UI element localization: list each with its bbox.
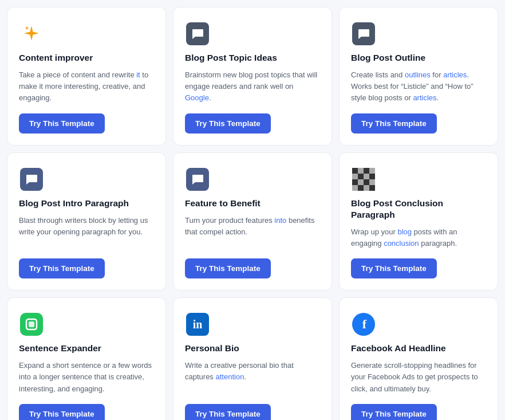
card-description: Blast through writers block by letting u… [19,215,154,249]
sparkle-icon [19,21,44,46]
card-description: Create lists and outlines for articles. … [351,69,486,104]
svg-rect-12 [369,179,375,185]
try-template-button-blog-post-topic-ideas[interactable]: Try This Template [185,113,271,134]
svg-rect-3 [364,168,369,174]
try-template-button-feature-to-benefit[interactable]: Try This Template [185,258,271,278]
card-title: Facebook Ad Headline [351,343,486,354]
card-facebook-ad-headline: f Facebook Ad HeadlineGenerate scroll-st… [339,297,498,420]
svg-rect-5 [352,174,358,179]
svg-rect-9 [352,179,358,185]
try-template-button-sentence-expander[interactable]: Try This Template [19,404,105,420]
try-template-button-content-improver[interactable]: Try This Template [19,113,105,134]
svg-rect-6 [358,174,364,179]
card-content-improver: Content improverTake a piece of content … [7,7,166,146]
svg-rect-7 [364,174,369,179]
card-sentence-expander: Sentence ExpanderExpand a short sentence… [7,297,166,420]
svg-point-0 [26,27,29,30]
card-title: Blog Post Intro Paragraph [19,198,154,209]
square-green-icon [19,312,44,337]
card-feature-to-benefit: Feature to BenefitTurn your product feat… [173,152,332,291]
card-description: Turn your product features into benefits… [185,215,320,249]
template-grid: Content improverTake a piece of content … [7,7,498,420]
chat-blue-icon [185,167,210,192]
svg-rect-15 [364,185,369,191]
try-template-button-blog-post-outline[interactable]: Try This Template [351,113,437,134]
svg-rect-16 [369,185,375,191]
chat-dark-icon [351,21,376,46]
card-title: Sentence Expander [19,343,154,354]
try-template-button-personal-bio[interactable]: Try This Template [185,404,271,420]
card-title: Personal Bio [185,343,320,354]
svg-rect-18 [29,321,34,327]
card-blog-post-conclusion: Blog Post Conclusion ParagraphWrap up yo… [339,152,498,291]
card-description: Wrap up your blog posts with an engaging… [351,226,486,249]
card-description: Write a creative personal bio that captu… [185,360,320,394]
svg-rect-1 [352,168,358,174]
chat-blue-icon [19,167,44,192]
card-description: Brainstorm new blog post topics that wil… [185,69,320,104]
svg-rect-10 [358,179,364,185]
card-title: Blog Post Topic Ideas [185,52,320,64]
card-blog-post-topic-ideas: Blog Post Topic IdeasBrainstorm new blog… [173,7,332,146]
try-template-button-facebook-ad-headline[interactable]: Try This Template [351,404,437,420]
svg-rect-2 [358,168,364,174]
card-blog-post-outline: Blog Post OutlineCreate lists and outlin… [339,7,498,146]
chat-dark-icon [185,21,210,46]
checker-icon [351,167,376,192]
svg-rect-8 [369,174,375,179]
try-template-button-blog-post-intro[interactable]: Try This Template [19,258,105,278]
card-personal-bio: in Personal BioWrite a creative personal… [173,297,332,420]
card-title: Blog Post Outline [351,52,486,64]
svg-rect-4 [369,168,375,174]
facebook-icon: f [351,312,376,337]
card-title: Blog Post Conclusion Paragraph [351,198,486,221]
svg-rect-14 [358,185,364,191]
card-description: Generate scroll-stopping headlines for y… [351,360,486,394]
card-title: Feature to Benefit [185,198,320,209]
card-description: Take a piece of content and rewrite it t… [19,69,154,104]
card-description: Expand a short sentence or a few words i… [19,360,154,394]
svg-rect-13 [352,185,358,191]
svg-rect-11 [364,179,369,185]
card-title: Content improver [19,52,154,64]
card-blog-post-intro: Blog Post Intro ParagraphBlast through w… [7,152,166,291]
linkedin-icon: in [185,312,210,337]
try-template-button-blog-post-conclusion[interactable]: Try This Template [351,258,437,278]
